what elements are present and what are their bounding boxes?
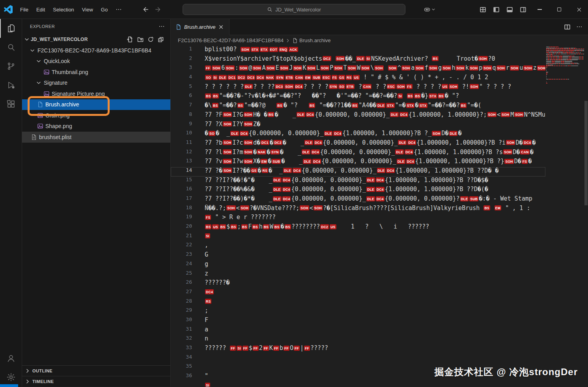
tree-item-thumbnail-png[interactable]: Thumbnail.png bbox=[22, 67, 170, 78]
code-line[interactable]: ?7 ??I??��%�&� _DLEDC4{0.000000, 0.00000… bbox=[205, 186, 545, 195]
tree-item-grain-png[interactable]: Grain.png bbox=[22, 110, 170, 121]
control-char-badge: DC3 bbox=[246, 75, 255, 80]
explorer-more-actions-icon[interactable] bbox=[159, 23, 165, 30]
new-file-icon[interactable] bbox=[127, 36, 133, 43]
timeline-section[interactable]: TIMELINE bbox=[22, 376, 170, 387]
toggle-secondary-sidebar-button[interactable] bbox=[517, 4, 529, 15]
back-button[interactable] bbox=[142, 6, 149, 13]
refresh-icon[interactable] bbox=[147, 36, 154, 43]
code-line[interactable]: G bbox=[205, 251, 545, 260]
control-char-badge: STX bbox=[406, 103, 414, 108]
close-button[interactable] bbox=[570, 0, 588, 19]
code-line[interactable]: FFSOH6SOH:SOH@SOHASOHESOHJSOHKSOHLSOHPSO… bbox=[205, 64, 545, 74]
code-line[interactable]: ; bbox=[205, 307, 545, 316]
code-line[interactable]: X$versionY$archiverT$topX$objectsDC2 SOH… bbox=[205, 55, 545, 65]
maximize-button[interactable] bbox=[550, 0, 568, 19]
code-line[interactable]: a bbox=[205, 326, 545, 335]
control-char-badge: EM bbox=[495, 205, 501, 210]
control-char-badge: DC2 bbox=[274, 140, 282, 145]
code-line[interactable]: �SO� _DLEDC4{0.000000, 0.000000}_DLEDC4{… bbox=[205, 130, 545, 139]
editor-lines[interactable]: bplist00? SOHSTXETXEOTENQACKX$versionY$a… bbox=[205, 46, 545, 387]
activity-search-button[interactable] bbox=[0, 38, 22, 57]
editor-more-actions-icon[interactable] bbox=[576, 24, 582, 30]
accounts-button[interactable] bbox=[0, 349, 22, 368]
control-char-badge: SOH bbox=[501, 112, 510, 117]
control-char-badge: BS bbox=[220, 224, 226, 229]
activity-source-control-button[interactable] bbox=[0, 57, 22, 76]
tree-item-signature-picture-png[interactable]: Signature Picture.png bbox=[22, 88, 170, 99]
activity-run-debug-button[interactable] bbox=[0, 76, 22, 95]
menu-file[interactable]: File bbox=[17, 5, 32, 15]
tree-item-brushset-plist[interactable]: brushset.plist bbox=[22, 132, 170, 143]
code-line[interactable]: ?7 ??I??��)�*� _DLEDC4{0.000000, 0.00000… bbox=[205, 195, 545, 205]
forward-button[interactable] bbox=[155, 6, 162, 13]
line-number: 36 bbox=[171, 372, 192, 382]
split-editor-icon[interactable] bbox=[564, 24, 571, 30]
menu-view[interactable]: View bbox=[78, 5, 97, 15]
activity-explorer-button[interactable] bbox=[0, 19, 22, 38]
scrollbar-thumb[interactable] bbox=[584, 101, 588, 205]
tree-item-shape-png[interactable]: Shape.png bbox=[22, 121, 170, 132]
minimize-button[interactable] bbox=[530, 0, 549, 19]
code-line[interactable]: �\BS"=��?BS"=��?@ BS� "? BS "=��??1��BS"… bbox=[205, 102, 545, 111]
command-center-search[interactable]: JD_Wet_Watercolor bbox=[183, 4, 405, 15]
vertical-scrollbar[interactable] bbox=[584, 46, 588, 387]
control-char-badge: ETX bbox=[260, 47, 268, 52]
code-line[interactable]: g bbox=[205, 260, 545, 270]
menu-more-icon[interactable] bbox=[112, 4, 125, 15]
code-line[interactable]: F bbox=[205, 316, 545, 326]
menu-selection[interactable]: Selection bbox=[49, 5, 77, 15]
code-line[interactable]: z bbox=[205, 270, 545, 279]
tree-item-f2c13076-be2c-42d7-8a69-1b43fc1bf6b4[interactable]: F2C13076-BE2C-42D7-8A69-1B43FC1BF6B4 bbox=[22, 45, 170, 56]
code-line[interactable]: RS bbox=[205, 298, 545, 307]
tree-item-brush-archive[interactable]: Brush.archive bbox=[22, 99, 170, 110]
code-line[interactable]: , bbox=[205, 242, 545, 251]
code-line[interactable]: SOSIDLEDC1DC2DC3DC4NAKSYNETBCANEMSUBESCF… bbox=[205, 74, 545, 83]
code-line[interactable]: ??????� bbox=[205, 279, 545, 288]
code-line[interactable]: SI bbox=[205, 233, 545, 242]
code-line[interactable] bbox=[205, 354, 545, 363]
control-char-badge: SOH bbox=[336, 56, 345, 61]
minimap[interactable] bbox=[546, 47, 584, 84]
code-line[interactable]: ?7 ?vSOHI?wSOHX�EM�SUB� _DLEDC4{0.000000… bbox=[205, 158, 545, 167]
code-line[interactable]: ?7 ?FSOHI?GSOHH� �BS� _DLEDC4{0.000000, … bbox=[205, 111, 545, 121]
code-line[interactable]: ?7 ?�SOHI??��GS�RS� _DLEDC4{0.000000, 0.… bbox=[205, 167, 545, 177]
code-line[interactable]: DC4 bbox=[205, 288, 545, 298]
line-number: 14 bbox=[171, 167, 192, 177]
tree-item-signature[interactable]: Signature bbox=[22, 78, 170, 89]
workspace-header[interactable]: JD_WET_WATERCOLOR bbox=[22, 34, 170, 45]
code-line[interactable]: n bbox=[205, 335, 545, 344]
code-line[interactable]: bplist00? SOHSTXETXEOTENQACK bbox=[205, 46, 545, 55]
breadcrumb-file[interactable]: Brush.archive bbox=[299, 37, 330, 43]
settings-button[interactable] bbox=[0, 368, 22, 387]
breadcrumb-folder[interactable]: F2C13076-BE2C-42D7-8A69-1B43FC1BF6B4 bbox=[178, 37, 284, 43]
code-line[interactable]: FS " > R e r ??????? bbox=[205, 214, 545, 223]
menu-go[interactable]: Go bbox=[97, 5, 111, 15]
code-editor[interactable]: 1234567891011121314151617181920212223242… bbox=[171, 46, 588, 387]
code-line[interactable]: BSBS"=��?�-"?v�l�+�#"=��?"? ��"? �'"=��?… bbox=[205, 92, 545, 102]
tab-brush-archive[interactable]: Brush.archive bbox=[171, 19, 230, 35]
customize-layout-button[interactable] bbox=[477, 4, 489, 15]
toggle-panel-button[interactable] bbox=[504, 4, 515, 15]
code-line[interactable]: ?????? FFSIFF$FF2FFKFFbFFOFF|FF????? bbox=[205, 344, 545, 354]
code-line[interactable]: Ñ��.?;SOH<SOH?�VNSDate????;SOH<SOH?�[Sil… bbox=[205, 205, 545, 214]
code-line[interactable]: ?7 ?XSOHI?YSOHZ� bbox=[205, 121, 545, 130]
outline-section[interactable]: OUTLINE bbox=[22, 365, 170, 376]
copilot-menu[interactable] bbox=[423, 6, 436, 13]
code-line[interactable]: SI bbox=[205, 382, 545, 387]
code-line[interactable]: ?7 ?bSOHI?cSOHd�DC1�DC2� _DLEDC4{0.00000… bbox=[205, 139, 545, 149]
menu-edit[interactable]: Edit bbox=[33, 5, 49, 15]
control-char-badge: SOH bbox=[252, 65, 261, 71]
collapse-all-icon[interactable] bbox=[158, 36, 164, 43]
code-line[interactable]: ?7 ??I??��!�"� _DLEDC4{0.000000, 0.00000… bbox=[205, 177, 545, 186]
new-folder-icon[interactable] bbox=[137, 36, 144, 43]
tree-item-quicklook[interactable]: QuickLook bbox=[22, 56, 170, 67]
activity-extensions-button[interactable] bbox=[0, 95, 22, 113]
remote-indicator[interactable] bbox=[0, 384, 18, 387]
run-debug-icon bbox=[6, 80, 16, 90]
tab-close-icon[interactable] bbox=[218, 24, 224, 30]
toggle-primary-sidebar-button[interactable] bbox=[490, 4, 502, 15]
code-line[interactable]: ? ? ? ? ? ?DLE? ? ??DC3SOHDC4? ? ? ?SYNS… bbox=[205, 83, 545, 93]
code-line[interactable]: BSUSBS$BS;BSFBShBSWBS�BS????????DC2US 1 … bbox=[205, 223, 545, 233]
code-line[interactable]: ?7 ?lSOHI?mSOH�NAK�SYN� _DLEDC4{0.000000… bbox=[205, 149, 545, 158]
